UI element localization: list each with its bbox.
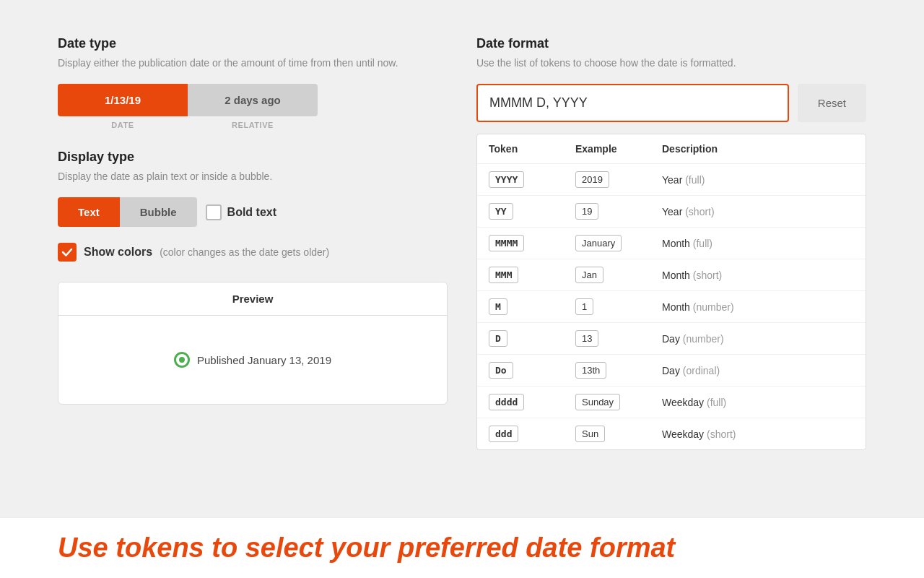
desc-cell: Year (short) bbox=[662, 206, 854, 217]
preview-content: Published January 13, 2019 bbox=[58, 316, 447, 404]
date-type-desc: Display either the publication date or t… bbox=[58, 56, 448, 71]
display-type-section: Display type Display the date as plain t… bbox=[58, 150, 448, 227]
token-badge[interactable]: D bbox=[489, 330, 507, 347]
date-type-section: Date type Display either the publication… bbox=[58, 36, 448, 129]
table-row: YY 19 Year (short) bbox=[477, 196, 866, 228]
show-colors-label: Show colors bbox=[84, 246, 152, 259]
show-colors-hint: (color changes as the date gets older) bbox=[160, 246, 329, 258]
token-table: Token Example Description YYYY 2019 Year… bbox=[476, 134, 866, 450]
desc-sub: (number) bbox=[693, 301, 734, 313]
table-row: MMM Jan Month (short) bbox=[477, 259, 866, 291]
table-row: M 1 Month (number) bbox=[477, 291, 866, 323]
token-cell: MMM bbox=[489, 267, 575, 283]
token-badge[interactable]: M bbox=[489, 298, 507, 315]
table-row: ddd Sun Weekday (short) bbox=[477, 418, 866, 449]
table-row: MMMM January Month (full) bbox=[477, 228, 866, 259]
bold-text-row: Bold text bbox=[206, 204, 276, 220]
token-cell: YY bbox=[489, 203, 575, 220]
example-badge: January bbox=[575, 235, 622, 251]
token-cell: MMMM bbox=[489, 235, 575, 251]
show-colors-row: Show colors (color changes as the date g… bbox=[58, 243, 448, 262]
desc-sub: (full) bbox=[693, 238, 712, 249]
date-format-title: Date format bbox=[476, 36, 866, 51]
display-toggle-group: Text Bubble bbox=[58, 197, 197, 227]
display-type-title: Display type bbox=[58, 150, 448, 165]
date-label: DATE bbox=[58, 121, 188, 129]
example-cell: Sun bbox=[575, 426, 662, 442]
reset-button[interactable]: Reset bbox=[798, 84, 866, 122]
green-dot-icon bbox=[174, 352, 190, 368]
example-badge: 2019 bbox=[575, 171, 609, 188]
example-badge: Sun bbox=[575, 426, 605, 442]
table-row: Do 13th Day (ordinal) bbox=[477, 355, 866, 387]
preview-box: Preview Published January 13, 2019 bbox=[58, 282, 448, 405]
show-colors-checkbox[interactable] bbox=[58, 243, 77, 262]
example-cell: 1 bbox=[575, 298, 662, 315]
token-badge[interactable]: YYYY bbox=[489, 171, 524, 188]
example-badge: 13th bbox=[575, 362, 606, 379]
preview-text: Published January 13, 2019 bbox=[197, 354, 331, 366]
token-cell: M bbox=[489, 298, 575, 315]
token-cell: YYYY bbox=[489, 171, 575, 188]
col-token-header: Token bbox=[489, 143, 575, 155]
table-row: dddd Sunday Weekday (full) bbox=[477, 387, 866, 418]
token-badge[interactable]: MMMM bbox=[489, 235, 524, 251]
token-badge[interactable]: ddd bbox=[489, 426, 518, 442]
example-badge: Jan bbox=[575, 267, 603, 283]
date-type-title: Date type bbox=[58, 36, 448, 51]
bottom-banner: Use tokens to select your preferred date… bbox=[0, 517, 924, 578]
example-badge: 1 bbox=[575, 298, 593, 315]
desc-sub: (short) bbox=[693, 269, 722, 281]
relative-option-button[interactable]: 2 days ago bbox=[188, 84, 318, 116]
desc-sub: (full) bbox=[707, 397, 726, 408]
date-option-button[interactable]: 1/13/19 bbox=[58, 84, 188, 116]
token-cell: Do bbox=[489, 362, 575, 379]
example-cell: Jan bbox=[575, 267, 662, 283]
table-row: D 13 Day (number) bbox=[477, 323, 866, 355]
example-cell: 13 bbox=[575, 330, 662, 347]
token-cell: ddd bbox=[489, 426, 575, 442]
token-badge[interactable]: Do bbox=[489, 362, 513, 379]
example-cell: 13th bbox=[575, 362, 662, 379]
token-badge[interactable]: MMM bbox=[489, 267, 518, 283]
token-badge[interactable]: YY bbox=[489, 203, 513, 220]
date-type-toggle-group: 1/13/19 2 days ago bbox=[58, 84, 318, 116]
date-format-input-row: Reset bbox=[476, 84, 866, 122]
bold-text-checkbox[interactable] bbox=[206, 204, 222, 220]
desc-cell: Month (number) bbox=[662, 301, 854, 313]
date-format-desc: Use the list of tokens to choose how the… bbox=[476, 56, 866, 71]
token-badge[interactable]: dddd bbox=[489, 394, 524, 410]
desc-sub: (full) bbox=[685, 174, 705, 186]
example-badge: 13 bbox=[575, 330, 598, 347]
right-panel: Date format Use the list of tokens to ch… bbox=[476, 36, 866, 450]
bubble-option-button[interactable]: Bubble bbox=[120, 197, 197, 227]
example-cell: 2019 bbox=[575, 171, 662, 188]
token-cell: D bbox=[489, 330, 575, 347]
col-example-header: Example bbox=[575, 143, 662, 155]
desc-sub: (ordinal) bbox=[683, 365, 720, 376]
token-table-header: Token Example Description bbox=[477, 134, 866, 164]
desc-cell: Weekday (full) bbox=[662, 397, 854, 408]
col-desc-header: Description bbox=[662, 143, 854, 155]
date-format-input[interactable] bbox=[476, 84, 789, 122]
text-option-button[interactable]: Text bbox=[58, 197, 120, 227]
left-panel: Date type Display either the publication… bbox=[58, 36, 448, 450]
desc-cell: Day (number) bbox=[662, 333, 854, 345]
display-type-desc: Display the date as plain text or inside… bbox=[58, 169, 448, 184]
preview-header: Preview bbox=[58, 282, 447, 316]
relative-label: RELATIVE bbox=[188, 121, 318, 129]
example-cell: Sunday bbox=[575, 394, 662, 410]
example-cell: 19 bbox=[575, 203, 662, 220]
desc-sub: (number) bbox=[683, 333, 724, 345]
desc-cell: Year (full) bbox=[662, 174, 854, 186]
desc-cell: Month (full) bbox=[662, 238, 854, 249]
desc-cell: Month (short) bbox=[662, 269, 854, 281]
banner-text: Use tokens to select your preferred date… bbox=[58, 532, 866, 564]
token-cell: dddd bbox=[489, 394, 575, 410]
token-rows-container: YYYY 2019 Year (full) YY 19 Year (short)… bbox=[477, 164, 866, 449]
display-type-row: Text Bubble Bold text bbox=[58, 197, 448, 227]
desc-cell: Day (ordinal) bbox=[662, 365, 854, 376]
desc-sub: (short) bbox=[685, 206, 714, 217]
desc-sub: (short) bbox=[707, 428, 736, 440]
bold-text-label: Bold text bbox=[227, 206, 276, 219]
